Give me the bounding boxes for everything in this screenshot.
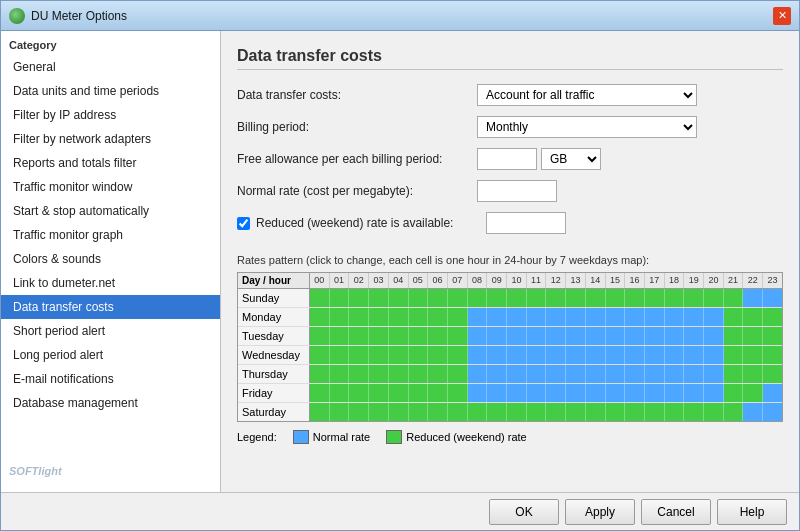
cell-friday-6[interactable] [428, 384, 448, 402]
cell-thursday-14[interactable] [586, 365, 606, 383]
sidebar-item-colors-sounds[interactable]: Colors & sounds [1, 247, 220, 271]
cell-sunday-23[interactable] [763, 289, 782, 307]
cell-wednesday-5[interactable] [409, 346, 429, 364]
cell-monday-17[interactable] [645, 308, 665, 326]
cell-saturday-22[interactable] [743, 403, 763, 421]
cell-monday-3[interactable] [369, 308, 389, 326]
cell-friday-10[interactable] [507, 384, 527, 402]
cell-friday-16[interactable] [625, 384, 645, 402]
help-button[interactable]: Help [717, 499, 787, 525]
cell-sunday-21[interactable] [724, 289, 744, 307]
cell-friday-8[interactable] [468, 384, 488, 402]
cell-friday-20[interactable] [704, 384, 724, 402]
cell-monday-8[interactable] [468, 308, 488, 326]
cell-tuesday-19[interactable] [684, 327, 704, 345]
cell-friday-19[interactable] [684, 384, 704, 402]
cell-tuesday-2[interactable] [349, 327, 369, 345]
cell-wednesday-8[interactable] [468, 346, 488, 364]
cell-thursday-8[interactable] [468, 365, 488, 383]
cancel-button[interactable]: Cancel [641, 499, 711, 525]
cell-sunday-20[interactable] [704, 289, 724, 307]
cell-wednesday-23[interactable] [763, 346, 782, 364]
cell-wednesday-7[interactable] [448, 346, 468, 364]
reduced-rate-input[interactable]: $0.00 [486, 212, 566, 234]
cell-saturday-19[interactable] [684, 403, 704, 421]
cell-wednesday-0[interactable] [310, 346, 330, 364]
cell-friday-7[interactable] [448, 384, 468, 402]
cell-saturday-13[interactable] [566, 403, 586, 421]
cell-tuesday-7[interactable] [448, 327, 468, 345]
rates-grid[interactable]: Day / hour000102030405060708091011121314… [237, 272, 783, 422]
cell-tuesday-12[interactable] [546, 327, 566, 345]
cell-tuesday-13[interactable] [566, 327, 586, 345]
cell-saturday-12[interactable] [546, 403, 566, 421]
cell-wednesday-6[interactable] [428, 346, 448, 364]
cell-sunday-14[interactable] [586, 289, 606, 307]
cell-sunday-7[interactable] [448, 289, 468, 307]
cell-saturday-11[interactable] [527, 403, 547, 421]
cell-monday-14[interactable] [586, 308, 606, 326]
cell-saturday-20[interactable] [704, 403, 724, 421]
cell-friday-11[interactable] [527, 384, 547, 402]
cell-sunday-12[interactable] [546, 289, 566, 307]
cell-sunday-4[interactable] [389, 289, 409, 307]
cell-thursday-2[interactable] [349, 365, 369, 383]
cell-sunday-8[interactable] [468, 289, 488, 307]
cell-wednesday-11[interactable] [527, 346, 547, 364]
cell-tuesday-4[interactable] [389, 327, 409, 345]
cell-friday-13[interactable] [566, 384, 586, 402]
cell-tuesday-6[interactable] [428, 327, 448, 345]
cell-sunday-22[interactable] [743, 289, 763, 307]
cell-saturday-5[interactable] [409, 403, 429, 421]
apply-button[interactable]: Apply [565, 499, 635, 525]
cell-tuesday-18[interactable] [665, 327, 685, 345]
cell-saturday-4[interactable] [389, 403, 409, 421]
cell-wednesday-12[interactable] [546, 346, 566, 364]
cell-thursday-10[interactable] [507, 365, 527, 383]
sidebar-item-database[interactable]: Database management [1, 391, 220, 415]
cell-wednesday-21[interactable] [724, 346, 744, 364]
cell-friday-23[interactable] [763, 384, 782, 402]
cell-friday-17[interactable] [645, 384, 665, 402]
cell-friday-12[interactable] [546, 384, 566, 402]
cell-friday-3[interactable] [369, 384, 389, 402]
billing-period-select[interactable]: Monthly [477, 116, 697, 138]
cell-monday-6[interactable] [428, 308, 448, 326]
cell-tuesday-0[interactable] [310, 327, 330, 345]
cell-tuesday-23[interactable] [763, 327, 782, 345]
cell-sunday-17[interactable] [645, 289, 665, 307]
cell-saturday-16[interactable] [625, 403, 645, 421]
reduced-rate-checkbox[interactable] [237, 217, 250, 230]
normal-rate-input[interactable]: $0.02 [477, 180, 557, 202]
cell-thursday-1[interactable] [330, 365, 350, 383]
cell-monday-7[interactable] [448, 308, 468, 326]
cell-wednesday-22[interactable] [743, 346, 763, 364]
sidebar-item-filter-ip[interactable]: Filter by IP address [1, 103, 220, 127]
cell-saturday-21[interactable] [724, 403, 744, 421]
cell-monday-18[interactable] [665, 308, 685, 326]
sidebar-item-traffic-window[interactable]: Traffic monitor window [1, 175, 220, 199]
cell-saturday-17[interactable] [645, 403, 665, 421]
cell-tuesday-21[interactable] [724, 327, 744, 345]
sidebar-item-filter-network[interactable]: Filter by network adapters [1, 127, 220, 151]
cell-tuesday-8[interactable] [468, 327, 488, 345]
cell-wednesday-18[interactable] [665, 346, 685, 364]
sidebar-item-general[interactable]: General [1, 55, 220, 79]
cell-friday-21[interactable] [724, 384, 744, 402]
cell-saturday-0[interactable] [310, 403, 330, 421]
cell-saturday-8[interactable] [468, 403, 488, 421]
cell-saturday-7[interactable] [448, 403, 468, 421]
sidebar-item-traffic-graph[interactable]: Traffic monitor graph [1, 223, 220, 247]
cell-wednesday-13[interactable] [566, 346, 586, 364]
cell-friday-22[interactable] [743, 384, 763, 402]
cell-wednesday-14[interactable] [586, 346, 606, 364]
cell-sunday-5[interactable] [409, 289, 429, 307]
sidebar-item-start-stop[interactable]: Start & stop automatically [1, 199, 220, 223]
cell-wednesday-15[interactable] [606, 346, 626, 364]
cell-saturday-23[interactable] [763, 403, 782, 421]
cell-saturday-2[interactable] [349, 403, 369, 421]
cell-thursday-13[interactable] [566, 365, 586, 383]
cell-monday-19[interactable] [684, 308, 704, 326]
cell-wednesday-19[interactable] [684, 346, 704, 364]
cell-sunday-9[interactable] [487, 289, 507, 307]
